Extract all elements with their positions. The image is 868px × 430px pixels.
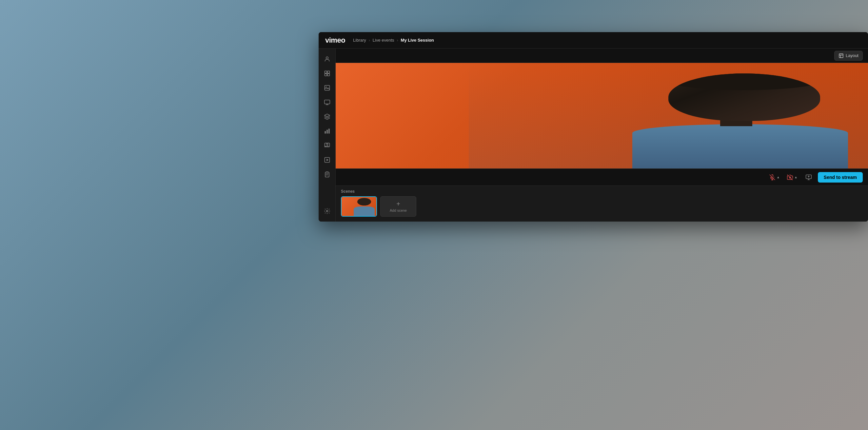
sidebar-chart-icon[interactable] [320, 125, 334, 137]
person-figure [469, 63, 868, 168]
main-content: Layout [319, 49, 868, 221]
sidebar-grid-icon[interactable] [320, 67, 334, 80]
mic-control-group: ▲ [767, 173, 782, 182]
sidebar-image-icon[interactable] [320, 81, 334, 94]
scenes-label: Scenes [341, 189, 863, 194]
sidebar-monitor-icon[interactable] [320, 96, 334, 109]
video-toolbar: Layout [336, 49, 868, 63]
svg-rect-10 [329, 129, 330, 134]
svg-rect-4 [327, 74, 330, 76]
scene-thumb-head [357, 198, 371, 206]
svg-rect-3 [324, 74, 327, 76]
breadcrumb-live-events[interactable]: Live events [373, 38, 394, 42]
sidebar-cube-icon[interactable] [320, 110, 334, 123]
controls-bar: ▲ ▲ [336, 168, 868, 185]
svg-rect-1 [324, 71, 327, 73]
mic-button[interactable]: ▲ [767, 173, 782, 182]
breadcrumb-library[interactable]: Library [353, 38, 366, 42]
svg-rect-9 [327, 130, 328, 134]
svg-point-16 [326, 210, 328, 212]
scene-thumb-inner [342, 197, 376, 216]
svg-point-0 [326, 57, 328, 59]
sidebar-play-icon[interactable] [320, 153, 334, 166]
sidebar-clipboard-icon[interactable] [320, 168, 334, 181]
content-panel: Layout [336, 49, 868, 221]
vimeo-logo: vimeo [325, 36, 345, 44]
svg-line-23 [787, 174, 793, 180]
add-scene-label: Add scene [390, 209, 407, 212]
screen-share-button[interactable] [803, 173, 814, 182]
person-head [669, 73, 820, 121]
sidebar-question-icon[interactable] [320, 139, 334, 152]
camera-caret: ▲ [794, 175, 798, 179]
breadcrumb-sep-2: › [397, 38, 398, 42]
svg-rect-2 [327, 71, 330, 73]
sidebar-profile-icon[interactable] [320, 53, 334, 66]
camera-control-group: ▲ [785, 173, 800, 182]
video-preview [336, 63, 868, 168]
video-preview-inner [336, 63, 868, 168]
svg-rect-15 [325, 172, 329, 177]
scene-thumb-body [354, 207, 375, 216]
svg-rect-8 [324, 131, 326, 134]
person-body [632, 124, 848, 168]
breadcrumb-sep-1: › [369, 38, 370, 42]
svg-point-6 [326, 87, 327, 88]
svg-rect-5 [324, 86, 330, 90]
scenes-row: + Add scene [341, 196, 863, 217]
svg-rect-7 [324, 100, 330, 104]
mic-caret: ▲ [777, 175, 780, 179]
scenes-section: Scenes + Add scene [336, 185, 868, 221]
camera-button[interactable]: ▲ [785, 173, 800, 182]
sidebar [319, 49, 336, 221]
svg-point-12 [327, 146, 327, 146]
svg-marker-14 [327, 159, 329, 161]
send-to-stream-button[interactable]: Send to stream [818, 172, 863, 183]
breadcrumb-current: My Live Session [401, 38, 434, 42]
app-window: vimeo Library › Live events › My Live Se… [319, 32, 868, 221]
breadcrumb: Library › Live events › My Live Session [353, 38, 434, 42]
add-scene-plus-icon: + [396, 201, 400, 207]
layout-button[interactable]: Layout [834, 51, 863, 61]
person-overlay [469, 63, 868, 168]
add-scene-button[interactable]: + Add scene [380, 196, 416, 217]
titlebar: vimeo Library › Live events › My Live Se… [319, 32, 868, 49]
scene-thumb-1[interactable] [341, 196, 377, 217]
svg-rect-17 [839, 54, 843, 58]
layout-label: Layout [846, 53, 859, 58]
sidebar-settings-icon[interactable] [320, 205, 334, 218]
